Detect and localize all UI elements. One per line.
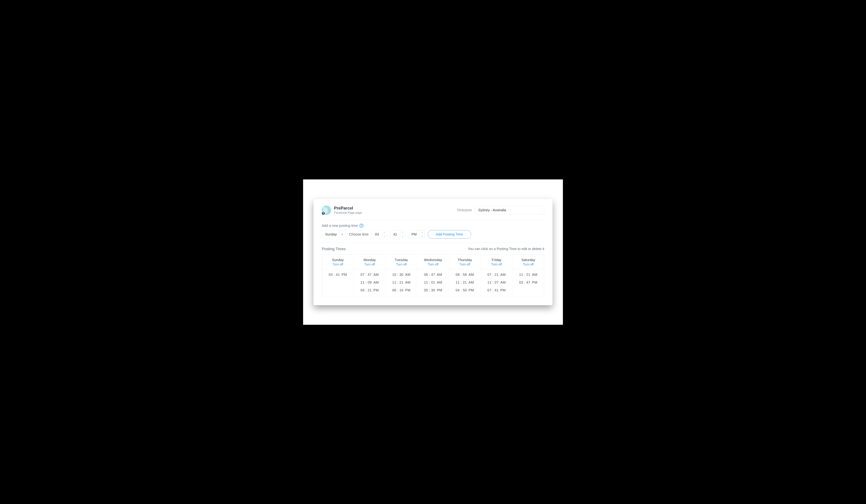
facebook-badge-icon: f bbox=[321, 211, 325, 215]
hour-stepper[interactable]: 03 bbox=[372, 230, 387, 238]
minute-value: 41 bbox=[390, 230, 400, 238]
day-name: Saturday bbox=[514, 258, 543, 262]
day-column-header: SundayTurn off bbox=[322, 254, 354, 269]
turn-off-link[interactable]: Turn off bbox=[451, 263, 479, 266]
day-column-body: 11:21AM03:47PM bbox=[512, 269, 544, 297]
meridiem-stepper[interactable]: PM bbox=[408, 230, 425, 238]
posting-time-slot[interactable]: 10:30AM bbox=[392, 273, 411, 277]
day-column-header: FridayTurn off bbox=[481, 254, 512, 269]
posting-times-title: Posting Times bbox=[322, 247, 346, 251]
turn-off-link[interactable]: Turn off bbox=[355, 263, 384, 266]
day-column-header: WednesdayTurn off bbox=[417, 254, 449, 269]
posting-time-slot[interactable]: 05:30PM bbox=[424, 288, 442, 292]
turn-off-link[interactable]: Turn off bbox=[387, 263, 416, 266]
posting-time-slot[interactable]: 11:21AM bbox=[392, 280, 411, 284]
posting-time-slot[interactable]: 11:21AM bbox=[456, 280, 474, 284]
day-name: Thursday bbox=[451, 258, 479, 262]
day-column-body: 07:47AM11:09AM04:21PM bbox=[354, 269, 385, 297]
day-column-body: 06:47AM11:01AM05:30PM bbox=[417, 269, 449, 297]
posting-time-slot[interactable]: 03:47PM bbox=[519, 280, 537, 284]
day-select-value: Sunday bbox=[325, 232, 337, 236]
settings-card: f PreParcel Facebook Page page Timezone … bbox=[313, 199, 553, 305]
minute-up-button[interactable] bbox=[400, 230, 405, 234]
day-name: Tuesday bbox=[387, 258, 416, 262]
header-row: f PreParcel Facebook Page page Timezone … bbox=[322, 206, 544, 220]
posting-time-slot[interactable]: 07:47AM bbox=[360, 273, 379, 277]
hour-up-button[interactable] bbox=[382, 230, 387, 234]
day-name: Sunday bbox=[323, 258, 352, 262]
account-block: f PreParcel Facebook Page page bbox=[322, 206, 362, 215]
posting-time-slot[interactable]: 11:09AM bbox=[360, 280, 379, 284]
minute-stepper[interactable]: 41 bbox=[390, 230, 405, 238]
turn-off-link[interactable]: Turn off bbox=[482, 263, 511, 266]
timezone-select[interactable]: Sydney - Australia bbox=[475, 206, 544, 214]
avatar: f bbox=[322, 206, 331, 215]
help-icon[interactable]: ? bbox=[359, 224, 363, 228]
day-column-body: 03:41PM bbox=[322, 269, 354, 297]
posting-time-slot[interactable]: 11:07AM bbox=[487, 280, 506, 284]
posting-time-slot[interactable]: 06:47AM bbox=[424, 273, 442, 277]
posting-time-slot[interactable]: 11:21AM bbox=[519, 273, 537, 277]
hour-value: 03 bbox=[372, 230, 382, 238]
add-posting-time-section: Add a new posting time ? Sunday Choose t… bbox=[322, 220, 544, 243]
day-name: Friday bbox=[482, 258, 511, 262]
add-posting-time-button[interactable]: Add Posting Time bbox=[428, 230, 471, 239]
posting-time-slot[interactable]: 07:41PM bbox=[487, 288, 506, 292]
timezone-block: Timezone Sydney - Australia bbox=[457, 206, 544, 214]
posting-time-slot[interactable]: 07:21AM bbox=[487, 273, 506, 277]
day-column-body: 10:30AM11:21AM06:16PM bbox=[385, 269, 417, 297]
posting-time-slot[interactable]: 04:21PM bbox=[360, 288, 379, 292]
add-posting-time-title: Add a new posting time bbox=[322, 224, 358, 228]
day-name: Monday bbox=[355, 258, 384, 262]
day-column-body: 07:21AM11:07AM07:41PM bbox=[481, 269, 512, 297]
account-subtitle: Facebook Page page bbox=[334, 211, 362, 215]
posting-time-slot[interactable]: 04:50PM bbox=[456, 288, 474, 292]
schedule-table: SundayTurn offMondayTurn offTuesdayTurn … bbox=[322, 254, 544, 297]
meridiem-down-button[interactable] bbox=[420, 234, 424, 238]
chevron-down-icon bbox=[341, 233, 343, 236]
day-column-body: 08:58AM11:21AM04:50PM bbox=[449, 269, 481, 297]
meridiem-up-button[interactable] bbox=[420, 230, 424, 234]
account-name: PreParcel bbox=[334, 206, 362, 211]
posting-time-slot[interactable]: 03:41PM bbox=[329, 273, 347, 277]
timezone-label: Timezone bbox=[457, 208, 472, 212]
posting-times-hint: You can click on a Posting Time to edit … bbox=[468, 247, 544, 251]
turn-off-link[interactable]: Turn off bbox=[514, 263, 543, 266]
posting-time-slot[interactable]: 08:58AM bbox=[456, 273, 474, 277]
hour-down-button[interactable] bbox=[382, 234, 387, 238]
day-select[interactable]: Sunday bbox=[322, 230, 346, 238]
meridiem-value: PM bbox=[408, 230, 420, 238]
minute-down-button[interactable] bbox=[400, 234, 405, 238]
day-name: Wednesday bbox=[419, 258, 447, 262]
day-column-header: MondayTurn off bbox=[354, 254, 385, 269]
choose-time-label: Choose time bbox=[349, 232, 369, 236]
day-column-header: SaturdayTurn off bbox=[512, 254, 544, 269]
turn-off-link[interactable]: Turn off bbox=[323, 263, 352, 266]
turn-off-link[interactable]: Turn off bbox=[419, 263, 447, 266]
posting-times-header: Posting Times You can click on a Posting… bbox=[322, 243, 544, 254]
posting-time-slot[interactable]: 11:01AM bbox=[424, 280, 442, 284]
day-column-header: TuesdayTurn off bbox=[385, 254, 417, 269]
day-column-header: ThursdayTurn off bbox=[449, 254, 481, 269]
posting-time-slot[interactable]: 06:16PM bbox=[392, 288, 411, 292]
